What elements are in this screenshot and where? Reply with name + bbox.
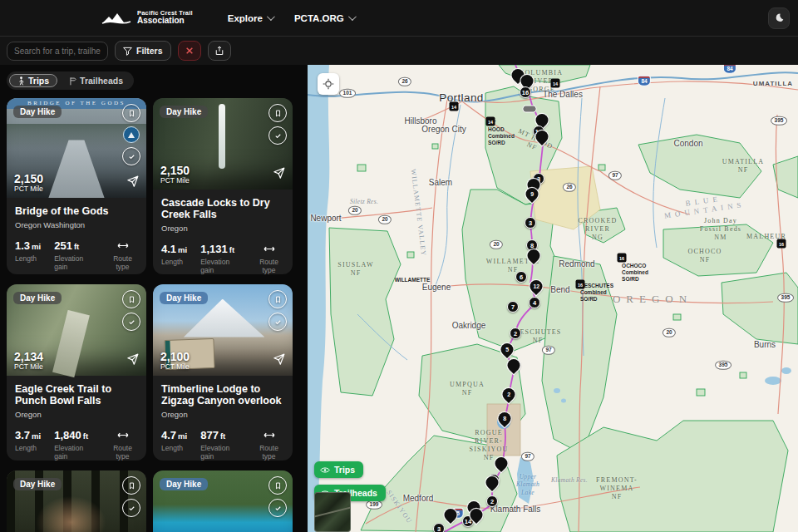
filters-button[interactable]: Filters [115, 41, 171, 61]
moon-icon [774, 12, 785, 23]
map-office-marker[interactable]: 16 [576, 280, 585, 289]
map-area-label: DESCHUTES Combined SO/RD [580, 283, 613, 303]
map-marker-pin[interactable] [536, 131, 549, 143]
highway-shield: 26 [563, 183, 576, 192]
map-marker-pin[interactable] [445, 509, 457, 521]
map-marker-circle[interactable]: 4 [529, 297, 540, 308]
trip-card[interactable]: Day Hike2,134PCT MileEagle Creek Trail t… [7, 284, 146, 461]
map-office-marker[interactable]: 14 [551, 79, 560, 88]
map-marker-pin[interactable] [486, 476, 499, 489]
completed-check-button[interactable] [122, 147, 140, 165]
pct-mile-indicator: 2,150PCT Mile [160, 164, 190, 185]
nav-pcta-org-label: PCTA.ORG [294, 13, 344, 23]
toggle-trailheads[interactable]: Trailheads [60, 74, 131, 87]
trip-type-badge: Day Hike [160, 478, 208, 490]
results-sidebar: Trips Trailheads BRIDGE OF THE GODSDay H… [0, 65, 308, 532]
map-office-marker[interactable]: 14 [486, 117, 495, 126]
geolocate-button[interactable] [318, 73, 339, 95]
map-marker-circle[interactable]: 16 [520, 86, 531, 98]
pct-emblem-icon [123, 126, 140, 143]
pct-mile-value: 2,150 [160, 164, 190, 177]
highway-shield: 97 [608, 171, 622, 180]
trailhead-sign-icon [68, 76, 76, 86]
navigate-button[interactable] [126, 352, 140, 370]
map-marker-circle[interactable]: 3 [433, 523, 445, 532]
map-trips-toggle-label: Trips [334, 465, 355, 475]
map-city-label: Bend [550, 285, 569, 294]
crosshair-icon [323, 78, 334, 90]
map-city-label: Burns [754, 340, 776, 349]
map-office-marker[interactable]: 14 [450, 102, 459, 111]
check-icon [127, 318, 136, 327]
send-arrow-icon [126, 175, 140, 189]
navigate-button[interactable] [272, 166, 286, 184]
route-type-icon [262, 431, 277, 439]
search-input[interactable] [7, 42, 108, 61]
map-marker-pin[interactable]: 2 [503, 388, 515, 401]
map-marker-pin[interactable] [521, 75, 534, 87]
bookmark-button[interactable] [122, 290, 140, 308]
trip-card[interactable]: Day Hike [7, 470, 146, 532]
pcta-logo[interactable]: Pacific Crest Trail Association [101, 10, 193, 25]
bookmark-icon [127, 295, 136, 304]
dark-mode-toggle[interactable] [768, 7, 790, 29]
highway-shield: 97 [521, 452, 534, 461]
trip-region: Oregon Washington [15, 220, 138, 229]
trip-card[interactable]: Day Hike2,150PCT MileCascade Locks to Dr… [153, 98, 293, 274]
map-office-marker[interactable]: 16 [618, 254, 627, 263]
map-marker-pin[interactable]: 12 [530, 280, 543, 293]
trip-card-info: Timberline Lodge to Zigzag Canyon overlo… [153, 376, 293, 461]
map-marker-pin[interactable] [508, 359, 520, 372]
map-city-label: Newport [310, 214, 341, 223]
map-area-label: SIUSLAW NF [337, 261, 373, 278]
main-nav: Explore PCTA.ORG [228, 13, 354, 23]
minimap-thumbnail[interactable] [314, 492, 351, 532]
bookmark-icon [273, 295, 283, 304]
trip-card-info: Cascade Locks to Dry Creek FallsOregon4.… [153, 190, 293, 275]
map-marker-cluster[interactable] [523, 106, 537, 113]
completed-check-button[interactable] [268, 499, 287, 517]
map-marker-pin[interactable] [470, 509, 483, 521]
map-marker-pin[interactable]: 5 [501, 343, 514, 356]
bookmark-button[interactable] [122, 476, 140, 495]
bookmark-icon [273, 109, 283, 118]
map-trips-toggle[interactable]: Trips [314, 461, 363, 478]
completed-check-button[interactable] [122, 313, 140, 331]
bookmark-button[interactable] [268, 104, 287, 122]
eye-icon [320, 466, 330, 474]
map-marker-pin[interactable]: 9 [526, 188, 539, 200]
nav-explore-label: Explore [228, 13, 263, 23]
completed-check-button[interactable] [122, 499, 140, 517]
map-marker-circle[interactable]: 2 [486, 495, 498, 507]
filter-icon [123, 47, 132, 56]
nav-explore[interactable]: Explore [228, 13, 273, 23]
trip-card[interactable]: Day Hike [153, 470, 293, 532]
toggle-trips[interactable]: Trips [9, 74, 57, 87]
map[interactable]: PortlandHillsboroOregon CityThe DallesSa… [308, 65, 798, 532]
trip-card-photo: BRIDGE OF THE GODSDay Hike2,150PCT Mile [7, 98, 146, 198]
completed-check-button[interactable] [268, 126, 287, 145]
nav-pcta-org[interactable]: PCTA.ORG [294, 13, 354, 23]
bookmark-button[interactable] [268, 290, 287, 308]
bookmark-button[interactable] [122, 104, 140, 122]
bookmark-button[interactable] [268, 476, 287, 495]
map-marker-pin[interactable] [536, 114, 549, 126]
trip-card[interactable]: BRIDGE OF THE GODSDay Hike2,150PCT MileB… [7, 98, 146, 274]
map-marker-circle[interactable]: 6 [515, 271, 527, 283]
map-marker-circle[interactable]: 2 [510, 328, 521, 339]
completed-check-button[interactable] [268, 313, 287, 331]
map-marker-circle[interactable]: 3 [525, 217, 536, 229]
navigate-button[interactable] [272, 352, 286, 370]
map-marker-pin[interactable] [528, 249, 540, 262]
clear-search-button[interactable] [178, 41, 201, 61]
trip-region: Oregon [161, 224, 284, 233]
navigate-button[interactable] [126, 175, 140, 192]
trip-card-photo: Day Hike [7, 470, 146, 532]
map-marker-pin[interactable] [495, 457, 508, 470]
map-marker-circle[interactable]: 7 [507, 301, 519, 313]
share-button[interactable] [208, 41, 231, 61]
trip-card[interactable]: Day Hike2,100PCT MileTimberline Lodge to… [153, 284, 293, 461]
map-office-marker[interactable]: 16 [777, 239, 786, 249]
map-marker-pin[interactable]: 8 [499, 412, 511, 425]
map-city-label: Medford [403, 494, 434, 503]
